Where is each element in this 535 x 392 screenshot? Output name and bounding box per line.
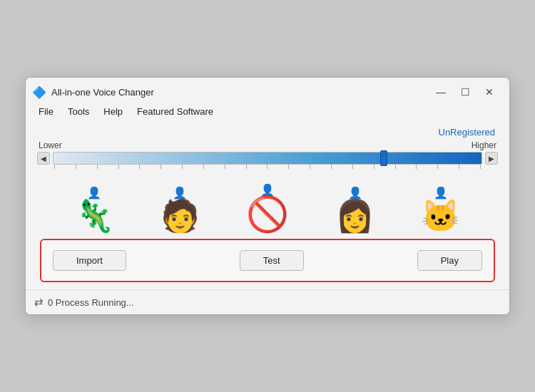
slider-thumb[interactable]: [380, 150, 387, 166]
avatar-emoji-dragon: 🦎: [75, 200, 114, 232]
status-text: 0 Process Running...: [48, 297, 134, 308]
slider-right-arrow[interactable]: ▶: [485, 152, 498, 165]
tick: [437, 165, 438, 169]
tick: [352, 165, 353, 169]
avatar-emoji-no-entry: 🚫: [246, 197, 289, 232]
unregistered-label: UnRegistered: [37, 127, 498, 138]
pitch-section: Lower Higher ◀ ▶: [37, 140, 498, 175]
slider-container: ◀ ▶: [37, 152, 498, 165]
avatar-dragon[interactable]: 👤 🦎: [75, 187, 114, 232]
import-button[interactable]: Import: [53, 250, 126, 271]
menubar: File Tools Help Featured Software: [26, 103, 509, 121]
avatar-no-entry[interactable]: 👤 🚫: [246, 185, 289, 232]
avatar-emoji-boy: 🧑: [160, 200, 200, 232]
avatar-girl[interactable]: 👤 👩: [335, 187, 374, 232]
lower-label: Lower: [39, 140, 62, 150]
menu-featured-software[interactable]: Featured Software: [130, 105, 220, 118]
window-controls: — ☐ ✕: [429, 83, 501, 100]
minimize-button[interactable]: —: [429, 83, 452, 100]
app-window: 🔷 All-in-one Voice Changer — ☐ ✕ File To…: [25, 77, 510, 315]
tick: [416, 165, 417, 169]
avatar-cat[interactable]: 👤 🐱: [421, 187, 460, 232]
avatar-pin-no-entry: 👤: [260, 185, 275, 196]
window-title: All-in-one Voice Changer: [51, 87, 424, 98]
avatar-emoji-cat: 🐱: [421, 200, 460, 232]
tick: [246, 165, 247, 169]
menu-help[interactable]: Help: [96, 105, 130, 118]
tick: [331, 165, 332, 169]
slider-ticks: [53, 165, 482, 173]
test-button[interactable]: Test: [240, 250, 304, 271]
menu-tools[interactable]: Tools: [61, 105, 96, 118]
avatar-boy[interactable]: 👤 🧑: [160, 187, 200, 232]
tick: [139, 165, 140, 169]
close-button[interactable]: ✕: [478, 83, 501, 100]
tick: [310, 165, 310, 169]
tick: [225, 165, 225, 169]
title-bar: 🔷 All-in-one Voice Changer — ☐ ✕: [26, 78, 509, 103]
tick: [267, 165, 268, 169]
avatar-emoji-girl: 👩: [335, 200, 374, 232]
status-bar: ⇄ 0 Process Running...: [26, 289, 509, 314]
avatar-pin-cat: 👤: [434, 187, 448, 199]
tick: [118, 165, 119, 169]
app-icon: 🔷: [33, 86, 46, 98]
main-content: UnRegistered Lower Higher ◀ ▶: [26, 121, 509, 289]
tick: [97, 165, 98, 169]
avatar-pin-boy: 👤: [173, 187, 187, 199]
tick: [288, 165, 289, 169]
avatar-pin-girl: 👤: [348, 187, 362, 199]
tick: [54, 165, 55, 169]
avatars-section: 👤 🦎 👤 🧑 👤 🚫 👤 👩 👤 🐱: [37, 179, 498, 239]
avatar-pin-dragon: 👤: [87, 187, 101, 199]
tick: [182, 165, 183, 169]
play-button[interactable]: Play: [417, 250, 482, 271]
menu-file[interactable]: File: [31, 105, 61, 118]
maximize-button[interactable]: ☐: [454, 83, 477, 100]
slider-tick-row: [37, 165, 498, 173]
slider-track[interactable]: [53, 152, 482, 165]
tick: [203, 165, 204, 169]
tick: [459, 165, 459, 169]
higher-label: Higher: [472, 140, 496, 150]
tick: [160, 165, 161, 169]
pitch-labels: Lower Higher: [37, 140, 498, 150]
process-icon: ⇄: [34, 296, 44, 309]
tick: [76, 165, 76, 169]
tick: [395, 165, 396, 169]
tick: [374, 165, 374, 169]
slider-left-arrow[interactable]: ◀: [37, 152, 50, 165]
tick: [480, 165, 481, 169]
action-buttons-box: Import Test Play: [40, 239, 495, 282]
